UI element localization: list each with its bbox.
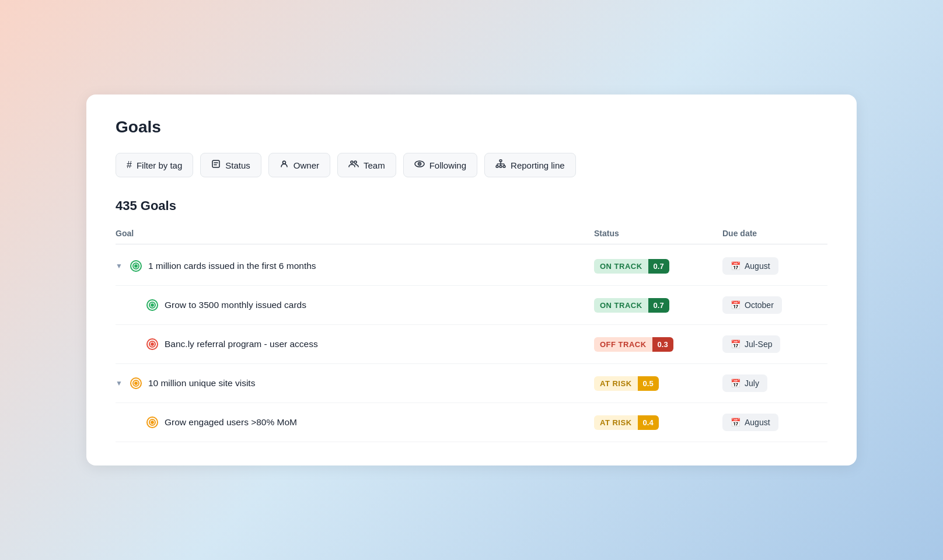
goals-card: Goals # Filter by tag Status bbox=[86, 94, 857, 466]
svg-point-26 bbox=[151, 343, 154, 346]
reporting-line-filter-button[interactable]: Reporting line bbox=[484, 153, 576, 177]
due-date-text: October bbox=[745, 300, 774, 310]
status-badge: ON TRACK 0.7 bbox=[594, 298, 669, 313]
status-score: 0.5 bbox=[638, 376, 659, 391]
goal-text: 10 million unique site visits bbox=[148, 378, 256, 388]
filter-by-tag-button[interactable]: # Filter by tag bbox=[116, 153, 193, 177]
following-filter-button[interactable]: Following bbox=[403, 153, 477, 177]
status-icon bbox=[211, 159, 221, 171]
svg-rect-9 bbox=[500, 160, 502, 162]
owner-filter-button[interactable]: Owner bbox=[268, 153, 330, 177]
person-icon bbox=[280, 159, 289, 171]
team-icon bbox=[348, 159, 359, 171]
status-cell: ON TRACK 0.7 bbox=[594, 259, 722, 274]
status-label: ON TRACK bbox=[594, 298, 648, 313]
status-badge: ON TRACK 0.7 bbox=[594, 259, 669, 274]
page-title: Goals bbox=[116, 118, 827, 136]
due-date-cell: 📅 August bbox=[722, 414, 827, 431]
calendar-icon: 📅 bbox=[731, 261, 741, 271]
status-badge: AT RISK 0.5 bbox=[594, 376, 659, 391]
goal-text: Banc.ly referral program - user access bbox=[165, 339, 318, 349]
calendar-icon: 📅 bbox=[731, 418, 741, 427]
goal-status-icon bbox=[146, 338, 159, 351]
due-date-badge: 📅 October bbox=[722, 296, 782, 314]
status-badge: OFF TRACK 0.3 bbox=[594, 337, 673, 352]
svg-rect-10 bbox=[496, 166, 498, 167]
table-row: ▼ 1 million cards issued in the first 6 … bbox=[116, 247, 827, 286]
chevron-down-icon[interactable]: ▼ bbox=[116, 262, 123, 270]
status-cell: AT RISK 0.4 bbox=[594, 415, 722, 430]
status-label: AT RISK bbox=[594, 376, 638, 391]
svg-point-29 bbox=[134, 382, 137, 385]
goal-status-icon bbox=[130, 377, 142, 390]
calendar-icon: 📅 bbox=[731, 300, 741, 310]
eye-icon bbox=[414, 160, 425, 170]
svg-rect-12 bbox=[503, 166, 505, 167]
due-date-text: July bbox=[745, 379, 759, 388]
goal-status-icon bbox=[146, 416, 159, 429]
due-date-text: August bbox=[745, 261, 770, 271]
chevron-down-icon[interactable]: ▼ bbox=[116, 379, 123, 387]
status-label: OFF TRACK bbox=[594, 337, 652, 352]
goal-name-cell: Grow to 3500 monthly issued cards bbox=[116, 299, 594, 312]
due-date-cell: 📅 July bbox=[722, 374, 827, 392]
svg-point-32 bbox=[151, 421, 154, 424]
due-date-badge: 📅 August bbox=[722, 257, 778, 275]
due-date-cell: 📅 Jul-Sep bbox=[722, 335, 827, 353]
due-date-badge: 📅 August bbox=[722, 414, 778, 431]
table-row: ▼ 10 million unique site visits AT RISK … bbox=[116, 364, 827, 403]
svg-point-23 bbox=[151, 304, 154, 307]
goal-status-icon bbox=[146, 299, 159, 312]
due-date-column-header: Due date bbox=[722, 229, 827, 238]
team-filter-button[interactable]: Team bbox=[337, 153, 396, 177]
goals-count: 435 Goals bbox=[116, 198, 827, 214]
due-date-cell: 📅 August bbox=[722, 257, 827, 275]
table-header: Goal Status Due date bbox=[116, 223, 827, 244]
goal-column-header: Goal bbox=[116, 229, 594, 238]
status-score: 0.3 bbox=[652, 337, 673, 352]
goal-name-cell: Grow engaged users >80% MoM bbox=[116, 416, 594, 429]
due-date-cell: 📅 October bbox=[722, 296, 827, 314]
svg-point-5 bbox=[354, 161, 357, 163]
status-cell: ON TRACK 0.7 bbox=[594, 298, 722, 313]
calendar-icon: 📅 bbox=[731, 340, 741, 349]
goal-text: Grow engaged users >80% MoM bbox=[165, 417, 297, 428]
status-score: 0.4 bbox=[638, 415, 659, 430]
due-date-text: August bbox=[745, 418, 770, 427]
due-date-badge: 📅 July bbox=[722, 374, 767, 392]
goal-name-cell: Banc.ly referral program - user access bbox=[116, 338, 594, 351]
status-cell: AT RISK 0.5 bbox=[594, 376, 722, 391]
table-row: Grow engaged users >80% MoM AT RISK 0.4 … bbox=[116, 403, 827, 442]
status-badge: AT RISK 0.4 bbox=[594, 415, 659, 430]
svg-rect-11 bbox=[500, 166, 502, 167]
goal-name-cell: ▼ 1 million cards issued in the first 6 … bbox=[116, 260, 594, 272]
table-row: Grow to 3500 monthly issued cards ON TRA… bbox=[116, 286, 827, 325]
status-cell: OFF TRACK 0.3 bbox=[594, 337, 722, 352]
status-score: 0.7 bbox=[648, 259, 669, 274]
status-label: AT RISK bbox=[594, 415, 638, 430]
svg-point-4 bbox=[351, 161, 353, 163]
hashtag-icon: # bbox=[127, 160, 132, 170]
goal-status-icon bbox=[130, 260, 142, 272]
status-filter-button[interactable]: Status bbox=[200, 153, 261, 177]
table-row: Banc.ly referral program - user access O… bbox=[116, 325, 827, 364]
org-chart-icon bbox=[495, 159, 506, 171]
due-date-text: Jul-Sep bbox=[745, 340, 772, 349]
due-date-badge: 📅 Jul-Sep bbox=[722, 335, 780, 353]
filter-bar: # Filter by tag Status Owner bbox=[116, 153, 827, 177]
calendar-icon: 📅 bbox=[731, 379, 741, 388]
svg-point-20 bbox=[134, 265, 137, 268]
status-label: ON TRACK bbox=[594, 259, 648, 274]
goal-text: 1 million cards issued in the first 6 mo… bbox=[148, 261, 316, 271]
goal-name-cell: ▼ 10 million unique site visits bbox=[116, 377, 594, 390]
svg-point-8 bbox=[419, 163, 420, 164]
goal-text: Grow to 3500 monthly issued cards bbox=[165, 300, 306, 310]
status-column-header: Status bbox=[594, 229, 722, 238]
status-score: 0.7 bbox=[648, 298, 669, 313]
svg-rect-0 bbox=[212, 160, 219, 167]
